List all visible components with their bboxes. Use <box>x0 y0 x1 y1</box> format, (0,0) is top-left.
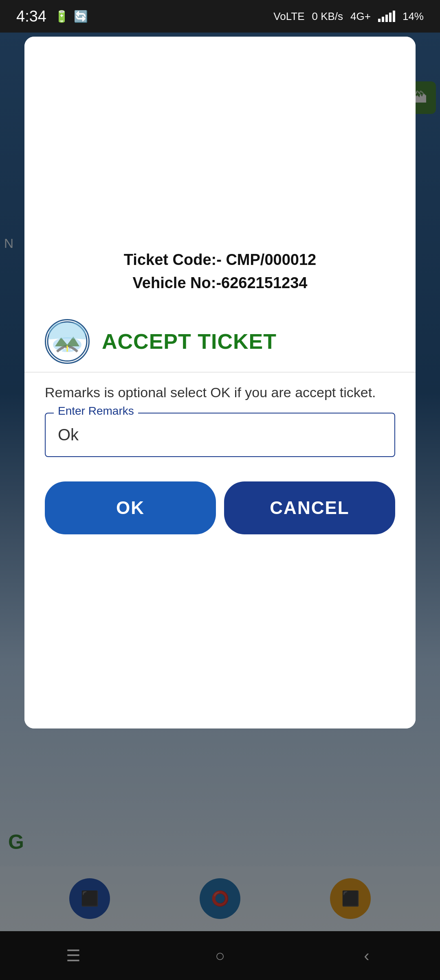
dialog-header: ACCEPT TICKET <box>24 311 416 372</box>
dialog-ticket-info: Ticket Code:- CMP/000012 Vehicle No:-626… <box>24 240 416 311</box>
data-speed-label: 0 KB/s <box>312 10 343 23</box>
status-time: 4:34 <box>16 8 46 25</box>
network-label: 4G+ <box>350 10 371 23</box>
battery-alert-icon: 🔋 <box>55 10 69 23</box>
status-bar-right: VoLTE 0 KB/s 4G+ 14% <box>273 10 424 23</box>
volte-label: VoLTE <box>273 10 304 23</box>
dialog-subtitle: Remarks is optional select OK if you are… <box>24 372 416 409</box>
dialog-buttons: OK CANCEL <box>24 473 416 559</box>
remarks-label: Enter Remarks <box>54 405 138 418</box>
status-bar-left: 4:34 🔋 🔄 <box>16 8 88 25</box>
modal-overlay: Ticket Code:- CMP/000012 Vehicle No:-626… <box>0 0 440 980</box>
ticket-code: Ticket Code:- CMP/000012 <box>49 248 391 271</box>
cancel-button[interactable]: CANCEL <box>224 481 395 534</box>
sync-icon: 🔄 <box>74 10 88 23</box>
remarks-input[interactable] <box>58 422 382 448</box>
status-bar: 4:34 🔋 🔄 VoLTE 0 KB/s 4G+ 14% <box>0 0 440 33</box>
signal-strength-icon <box>378 11 395 22</box>
logo-svg <box>47 321 88 362</box>
dialog: Ticket Code:- CMP/000012 Vehicle No:-626… <box>24 37 416 728</box>
vehicle-no: Vehicle No:-6262151234 <box>49 271 391 295</box>
ok-button[interactable]: OK <box>45 481 216 534</box>
status-icons: 🔋 🔄 <box>55 10 88 23</box>
logo-circle <box>45 319 90 364</box>
dialog-title: ACCEPT TICKET <box>102 329 277 354</box>
dialog-bottom-space <box>24 559 416 728</box>
battery-percent: 14% <box>403 10 424 23</box>
dialog-top-space <box>24 37 416 240</box>
remarks-field-wrapper[interactable]: Enter Remarks <box>45 413 395 457</box>
